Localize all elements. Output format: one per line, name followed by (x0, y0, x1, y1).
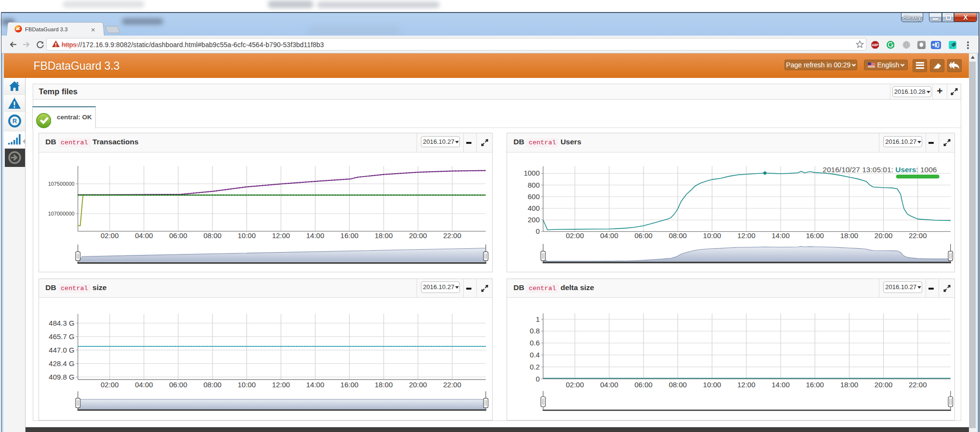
svg-text:06:00: 06:00 (635, 381, 653, 389)
svg-text:16:00: 16:00 (340, 231, 359, 240)
svg-text:1000: 1000 (524, 169, 540, 177)
svg-text:14:00: 14:00 (771, 381, 790, 389)
svg-text:08:00: 08:00 (669, 231, 687, 240)
svg-text:800: 800 (528, 181, 540, 189)
svg-text:20:00: 20:00 (409, 231, 427, 240)
svg-text:02:00: 02:00 (101, 381, 119, 389)
svg-text:18:00: 18:00 (375, 381, 393, 389)
svg-text:20:00: 20:00 (875, 231, 893, 240)
svg-text:18:00: 18:00 (840, 381, 859, 389)
svg-text:12:00: 12:00 (737, 381, 756, 389)
svg-text:14:00: 14:00 (306, 231, 325, 240)
svg-text:2016/10/27 13:05:01: Users: 10: 2016/10/27 13:05:01: Users: 1006 (823, 165, 937, 174)
svg-text:18:00: 18:00 (840, 231, 859, 240)
svg-text:107500000: 107500000 (48, 181, 75, 187)
svg-text:0.6: 0.6 (530, 339, 540, 347)
svg-text:400: 400 (528, 204, 540, 212)
svg-text:04:00: 04:00 (600, 231, 618, 240)
svg-text:16:00: 16:00 (340, 381, 359, 389)
svg-text:0.4: 0.4 (530, 351, 540, 359)
svg-text:12:00: 12:00 (737, 231, 756, 240)
svg-text:14:00: 14:00 (306, 381, 325, 389)
svg-text:447.0 G: 447.0 G (49, 346, 75, 354)
svg-text:04:00: 04:00 (135, 231, 153, 240)
svg-text:R: R (12, 118, 17, 125)
svg-text:14:00: 14:00 (771, 231, 790, 240)
svg-text:16:00: 16:00 (806, 381, 824, 389)
svg-text:04:00: 04:00 (600, 381, 618, 389)
svg-text:22:00: 22:00 (909, 381, 927, 389)
svg-text:22:00: 22:00 (444, 381, 462, 389)
svg-text:0.2: 0.2 (530, 363, 540, 371)
svg-text:0.8: 0.8 (530, 327, 540, 335)
svg-text:600: 600 (528, 192, 540, 201)
svg-text:409.8 G: 409.8 G (49, 373, 75, 381)
svg-text:10:00: 10:00 (238, 231, 256, 240)
svg-text:10:00: 10:00 (703, 231, 721, 240)
svg-text:06:00: 06:00 (170, 231, 188, 240)
svg-text:0: 0 (536, 227, 540, 235)
svg-text:1: 1 (536, 315, 540, 323)
svg-text:22:00: 22:00 (444, 231, 462, 240)
svg-text:02:00: 02:00 (566, 231, 584, 240)
svg-text:12:00: 12:00 (272, 231, 290, 240)
svg-text:08:00: 08:00 (669, 381, 687, 389)
svg-text:02:00: 02:00 (101, 231, 119, 240)
svg-text:04:00: 04:00 (135, 381, 153, 389)
svg-text:08:00: 08:00 (204, 381, 222, 389)
svg-text:200: 200 (528, 216, 540, 224)
svg-text:22:00: 22:00 (909, 231, 927, 240)
svg-text:10:00: 10:00 (238, 381, 256, 389)
svg-text:16:00: 16:00 (806, 231, 824, 240)
svg-text:107000000: 107000000 (48, 211, 75, 216)
svg-text:20:00: 20:00 (875, 381, 893, 389)
svg-text:ABP: ABP (872, 43, 878, 47)
svg-text:06:00: 06:00 (635, 231, 653, 240)
svg-text:484.3 G: 484.3 G (49, 319, 75, 327)
svg-text:428.4 G: 428.4 G (49, 359, 75, 368)
svg-text:18:00: 18:00 (375, 231, 393, 240)
svg-text:02:00: 02:00 (566, 381, 584, 389)
svg-text:0: 0 (536, 375, 540, 383)
svg-text:20:00: 20:00 (409, 381, 427, 389)
svg-text:08:00: 08:00 (204, 231, 222, 240)
svg-text:465.7 G: 465.7 G (49, 332, 75, 341)
svg-text:10:00: 10:00 (703, 381, 721, 389)
svg-text:12:00: 12:00 (272, 381, 290, 389)
svg-text:06:00: 06:00 (170, 381, 188, 389)
